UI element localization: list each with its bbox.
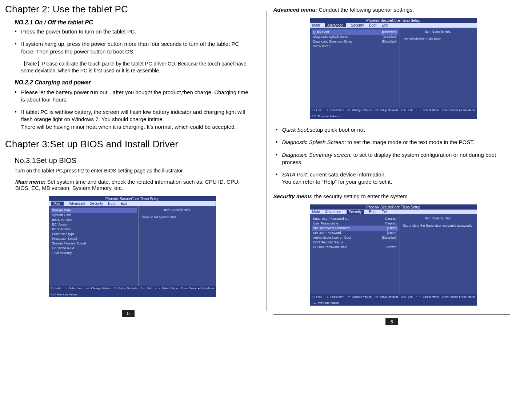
- bios-row: Set Supervisor Password[Enter]: [312, 226, 398, 231]
- item-text: to set the image mode or the text mode i…: [346, 139, 475, 145]
- bios-tab: Boot: [369, 210, 377, 214]
- list-item: If tablet PC is withlow battery, the scr…: [15, 108, 252, 131]
- bios-tab-main: Main: [51, 202, 64, 206]
- bios-footer-item: F10Previous Values: [51, 293, 78, 296]
- bios-tabs: Main Advanced Security Boot Exit: [49, 201, 216, 206]
- section-2-1-list: Press the power button to turn on the ta…: [15, 28, 252, 55]
- advanced-menu-desc: Advanced menu: Conduct the following sup…: [273, 7, 511, 13]
- bios-tab: Exit: [381, 210, 388, 214]
- bios-tab: Main: [312, 23, 320, 27]
- bios-footer-item: ↑↓Select Item: [325, 295, 344, 298]
- bios-right-pane: Item Specific Help Set or clear the Supe…: [400, 214, 477, 294]
- section-3-1-title: No.3.1Set up BIOS: [15, 156, 252, 165]
- bios-row: Authenticate User on Boot[Disabled]: [313, 235, 397, 240]
- bios-row: System Time: [52, 213, 136, 218]
- main-menu-lead: Main menu:: [15, 179, 45, 185]
- chapter3-title: Chapter 3:Set up BIOS and Install Driver: [5, 139, 252, 150]
- bios-row: Processor Type: [52, 232, 136, 236]
- bios-row: HDD Security Status: [313, 240, 397, 245]
- bios-title: Phoenix SecureCore Tiano Setup: [310, 18, 477, 23]
- bios-footer-item: ←→Select Menu: [155, 287, 178, 290]
- bios-row: Set User Password[Enter]: [313, 231, 397, 235]
- bios-footer-item: F9Setup Defaults: [375, 108, 399, 112]
- list-item: Diagnostic Summary screen: to set to dis…: [276, 151, 511, 166]
- item-lead: Quick boot:: [282, 127, 310, 133]
- bios-footer-item: F9Setup Defaults: [114, 287, 138, 290]
- section-2-2-title: NO.2.2 Charging and power: [15, 79, 252, 86]
- bios-row: System Memory Speed: [52, 241, 136, 246]
- bios-row: System Date: [51, 208, 137, 213]
- bios-footer-item: EnterSelect ▸ Sub-Menu: [181, 287, 214, 290]
- bios-row: Diagnostic Summary Screen[Disabled]: [313, 39, 397, 44]
- bios-footer-item: F10Previous Values: [312, 115, 339, 118]
- bios-help-text: View or set system date.: [142, 215, 213, 219]
- main-menu-desc: Main menu: Set system time and date, che…: [15, 179, 252, 191]
- page-divider: [266, 11, 267, 311]
- bios-footer: F1Help↑↓Select Item-/+Change ValuesF9Set…: [49, 286, 216, 297]
- bios-left-pane: Quick Boot[Disabled]Diagnostic Splash Sc…: [310, 28, 400, 108]
- item-lead: Diagnostic Splash Screen:: [282, 139, 346, 145]
- bios-tab: Boot: [108, 202, 116, 206]
- bios-row: L2 Cache RAM: [52, 246, 136, 251]
- bios-main-screenshot: Phoenix SecureCore Tiano Setup Main Adva…: [49, 196, 216, 297]
- bios-footer-item: -/+Change Values: [86, 287, 111, 290]
- bios-footer-item: -/+Change Values: [347, 108, 372, 112]
- page-number: 6: [385, 318, 398, 325]
- list-item: If system hang up, press the power butto…: [15, 40, 252, 55]
- section-3-1-intro: Turn on the tablet PC,press F2 to enter …: [15, 168, 252, 174]
- bios-advanced-screenshot: Phoenix SecureCore Tiano Setup Main Adva…: [310, 18, 477, 119]
- item-lead: SATA Port:: [282, 171, 308, 178]
- bios-tab: Advanced: [325, 210, 341, 214]
- bios-tab: Boot: [369, 23, 377, 27]
- bios-tab-security: Security: [347, 210, 364, 214]
- bios-footer-item: EscExit: [401, 295, 413, 298]
- bios-row: HDD00 Password StateFrozen: [313, 245, 397, 250]
- bios-tab: Main: [312, 210, 320, 214]
- bios-help-header: Item Specific Help: [142, 208, 213, 212]
- bios-right-pane: Item Specific Help Enable/Disable quick …: [400, 28, 477, 108]
- section-2-2-list: Please let the battery power run out，aft…: [15, 89, 252, 131]
- list-item: Diagnostic Splash Screen: to set the ima…: [276, 139, 511, 146]
- item-lead: Diagnostic Summary screen:: [282, 152, 352, 158]
- bios-row: EC Version: [52, 222, 136, 227]
- section-2-1-title: NO.2.1 On / Off the tablet PC: [15, 19, 252, 26]
- bios-footer-item: EnterSelect ▸ Sub-Menu: [442, 108, 475, 112]
- bios-footer-item: F1Help: [51, 287, 61, 290]
- footer-rule: [273, 314, 511, 315]
- bios-row: SATA Port 0: [313, 44, 397, 49]
- bios-row: Diagnostic Splash Screen[Enabled]: [313, 35, 397, 39]
- list-item: SATA Port: current sata device informati…: [276, 171, 511, 186]
- note-text: 【Note】Please calibrate the touch panel b…: [21, 60, 252, 74]
- bios-footer-item: ↑↓Select Item: [325, 108, 344, 112]
- bios-left-pane: Supervisor Password is :ClearedUser Pass…: [310, 214, 400, 294]
- bios-footer-item: ←→Select Menu: [416, 295, 439, 298]
- bios-footer-item: F1Help: [312, 108, 323, 112]
- bios-help-text: Enable/Disable quick boot.: [403, 37, 474, 41]
- bios-tab: Security: [351, 23, 364, 27]
- bios-row: Total Memory: [52, 251, 136, 255]
- bios-footer: F1Help↑↓Select Item-/+Change ValuesF9Set…: [310, 108, 477, 119]
- chapter2-title: Chapter 2: Use the tablet PC: [5, 4, 252, 15]
- bios-footer-item: EscExit: [401, 108, 413, 112]
- bios-title: Phoenix SecureCore Tiano Setup: [49, 196, 216, 201]
- item-text: setup quick boot or not: [309, 127, 365, 133]
- bios-tab-advanced: Advanced: [325, 23, 345, 27]
- advanced-menu-text: Conduct the following superior settings.: [317, 7, 414, 13]
- page-right: Advanced menu: Conduct the following sup…: [266, 0, 532, 333]
- bios-right-pane: Item Specific Help View or set system da…: [139, 206, 216, 286]
- bios-row: Quick Boot[Disabled]: [312, 29, 398, 35]
- bios-help-text: Set or clear the Supervisor account's pa…: [403, 224, 474, 227]
- bios-tab: Exit: [381, 23, 388, 27]
- bios-row: Processor Speed: [52, 236, 136, 241]
- bios-footer-item: -/+Change Values: [347, 295, 372, 298]
- security-menu-lead: Security menu:: [273, 193, 313, 199]
- bios-security-screenshot: Phoenix SecureCore Tiano Setup Main Adva…: [310, 204, 477, 306]
- security-menu-desc: Security menu: the security setting to e…: [273, 193, 511, 199]
- bios-title: Phoenix SecureCore Tiano Setup: [310, 205, 477, 210]
- bios-footer-item: ↑↓Select Item: [64, 287, 83, 290]
- bios-row: BIOS Version: [52, 218, 136, 222]
- bios-footer: F1Help↑↓Select Item-/+Change ValuesF9Set…: [310, 294, 477, 305]
- bios-tabs: Main Advanced Security Boot Exit: [310, 210, 477, 214]
- bios-footer-item: EnterSelect ▸ Sub-Menu: [442, 295, 475, 298]
- bios-tabs: Main Advanced Security Boot Exit: [310, 23, 477, 28]
